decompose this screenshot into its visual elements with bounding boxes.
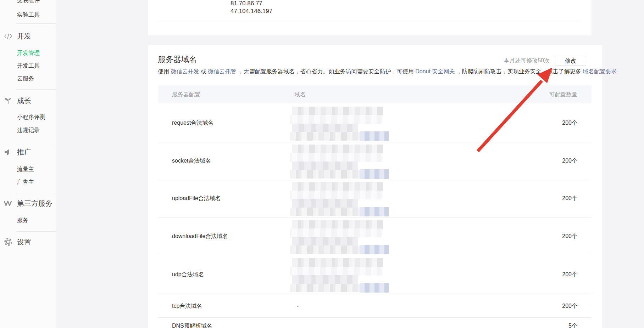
sidebar-section-growth[interactable]: 成长 (17, 96, 31, 105)
redacted-domain-mosaic (290, 182, 389, 216)
row-count: 200个 (562, 157, 577, 164)
sidebar-divider (16, 23, 56, 24)
ip-card: 81.70.86.77 47.104.146.197 (148, 0, 592, 35)
row-label: downloadFile合法域名 (172, 232, 228, 240)
sidebar-item-trade-components[interactable]: 交易组件 (17, 0, 40, 4)
table-row: uploadFile合法域名 200个 (158, 179, 592, 217)
row-count: 200个 (562, 271, 577, 278)
sidebar-section-develop[interactable]: 开发 (17, 32, 31, 41)
sidebar-item-violation-records[interactable]: 违规记录 (17, 127, 40, 134)
monthly-quota-note: 本月还可修改50次 (504, 57, 550, 64)
domain-table: 服务器配置 域名 可配置数量 request合法域名 200个 socket合法… (158, 85, 592, 328)
table-row: tcp合法域名 - 200个 (158, 294, 592, 318)
sidebar-divider (16, 142, 56, 142)
sidebar-divider (16, 231, 56, 232)
column-header-server-config: 服务器配置 (172, 85, 200, 103)
sidebar-item-advertiser[interactable]: 广告主 (17, 179, 34, 186)
row-count: 200个 (562, 194, 577, 202)
table-row: socket合法域名 200个 (158, 142, 592, 179)
sidebar-item-experiment-tools[interactable]: 实验工具 (17, 11, 40, 18)
description-text: 或 (199, 68, 208, 74)
column-header-domain: 域名 (294, 85, 306, 103)
page-title: 服务器域名 (158, 54, 197, 65)
redacted-domain-mosaic (290, 107, 389, 141)
row-label: DNS预解析域名 (172, 322, 212, 328)
row-label: uploadFile合法域名 (172, 194, 221, 202)
sidebar-divider (16, 89, 56, 90)
redacted-domain-mosaic (290, 220, 389, 254)
modify-button[interactable]: 修改 (555, 56, 586, 66)
row-label: request合法域名 (172, 119, 213, 126)
row-count: 200个 (562, 232, 577, 240)
row-count: 200个 (562, 302, 577, 310)
description-text: 使用 (158, 68, 171, 74)
sidebar: 交易组件 实验工具 开发 开发管理 开发工具 云服务 成长 小程序评测 违规记录… (0, 0, 56, 328)
link-donut-gateway[interactable]: Donut 安全网关 (415, 68, 455, 74)
ip-address: 81.70.86.77 (231, 0, 262, 7)
megaphone-icon (4, 147, 13, 157)
link-domain-config-requirements[interactable]: 域名配置要求 (583, 68, 617, 74)
sidebar-item-service[interactable]: 服务 (17, 217, 28, 224)
sidebar-section-third-party-service[interactable]: 第三方服务 (17, 199, 52, 208)
third-party-icon (4, 199, 13, 208)
sprout-icon (4, 96, 13, 105)
table-row: DNS预解析域名 5个 (158, 318, 592, 328)
sidebar-item-traffic-owner[interactable]: 流量主 (17, 166, 34, 173)
table-row: request合法域名 200个 (158, 103, 592, 142)
link-wechat-cloud-dev[interactable]: 微信云开发 (171, 68, 199, 74)
divider (159, 22, 582, 22)
description-text: ，防爬防刷防攻击，实现业务安全。点击了解更多 (455, 68, 583, 74)
link-wechat-cloud-hosting[interactable]: 微信云托管 (208, 68, 236, 74)
row-label: socket合法域名 (172, 157, 211, 164)
table-header: 服务器配置 域名 可配置数量 (158, 85, 592, 103)
code-icon (4, 32, 13, 41)
description-text: ，无需配置服务器域名，省心省力。如业务访问需要安全防护，可使用 (236, 68, 415, 74)
row-count: 5个 (568, 322, 577, 328)
gear-icon (4, 237, 13, 247)
table-row: downloadFile合法域名 200个 (158, 217, 592, 255)
ip-address: 47.104.146.197 (231, 8, 272, 15)
row-label: tcp合法域名 (172, 302, 202, 310)
column-header-configurable-count: 可配置数量 (549, 85, 577, 103)
sidebar-section-settings[interactable]: 设置 (17, 237, 31, 247)
redacted-domain-mosaic (290, 145, 389, 179)
sidebar-divider (16, 193, 56, 193)
redacted-domain-mosaic (290, 258, 389, 292)
row-count: 200个 (562, 119, 577, 126)
row-domain-value: - (297, 303, 299, 309)
table-row: udp合法域名 200个 (158, 255, 592, 294)
sidebar-item-cloud-service[interactable]: 云服务 (17, 75, 34, 82)
sidebar-item-develop-management[interactable]: 开发管理 (17, 50, 40, 57)
server-domain-card: 服务器域名 使用 微信云开发 或 微信云托管 ，无需配置服务器域名，省心省力。如… (148, 45, 602, 328)
sidebar-item-miniprogram-evaluation[interactable]: 小程序评测 (17, 114, 45, 121)
row-label: udp合法域名 (172, 271, 204, 278)
sidebar-item-develop-tools[interactable]: 开发工具 (17, 62, 40, 69)
sidebar-section-promotion[interactable]: 推广 (17, 147, 31, 157)
server-domain-description: 使用 微信云开发 或 微信云托管 ，无需配置服务器域名，省心省力。如业务访问需要… (158, 68, 617, 75)
